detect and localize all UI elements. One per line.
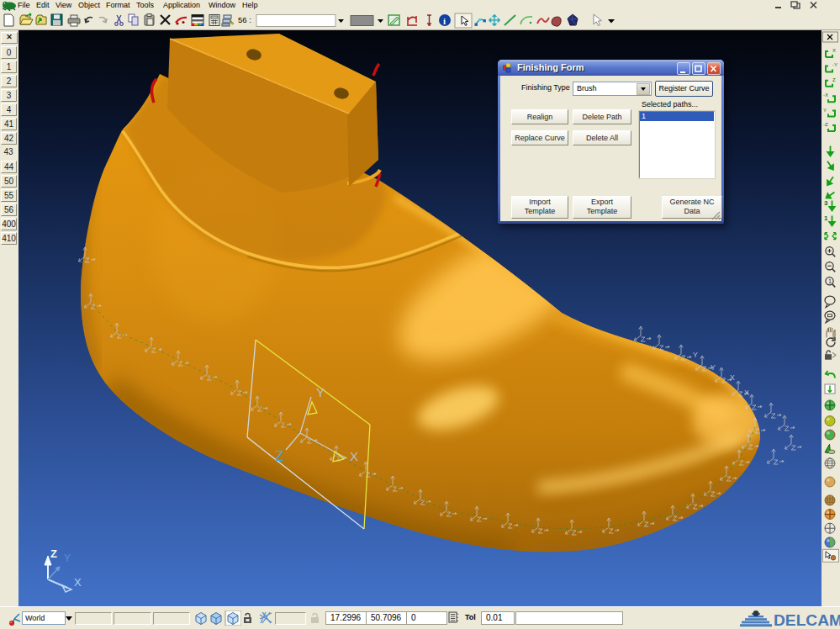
- svg-text:Y: Y: [711, 363, 716, 372]
- svg-text:i: i: [443, 16, 446, 26]
- svg-text:-X: -X: [823, 92, 828, 98]
- svg-text:X: X: [74, 576, 82, 589]
- svg-text:Y: Y: [823, 108, 827, 113]
- svg-text:Z: Z: [832, 77, 836, 82]
- svg-text:X: X: [350, 449, 358, 463]
- svg-text:3: 3: [824, 199, 828, 207]
- svg-text:Y: Y: [693, 351, 698, 359]
- svg-text:Y: Y: [64, 552, 71, 564]
- svg-text:56 :: 56 :: [238, 15, 251, 24]
- svg-text:Z: Z: [275, 448, 283, 464]
- svg-text:-Y: -Y: [832, 62, 837, 67]
- svg-text:X: X: [744, 388, 749, 397]
- svg-text:-Z: -Z: [823, 122, 828, 127]
- svg-text:X: X: [730, 373, 735, 382]
- svg-text:1: 1: [828, 278, 832, 285]
- svg-text:1: 1: [824, 214, 828, 222]
- svg-text:DELCAM: DELCAM: [774, 612, 840, 628]
- svg-text:X: X: [832, 48, 836, 53]
- svg-text:Y: Y: [316, 385, 325, 399]
- svg-text:Z: Z: [50, 547, 57, 560]
